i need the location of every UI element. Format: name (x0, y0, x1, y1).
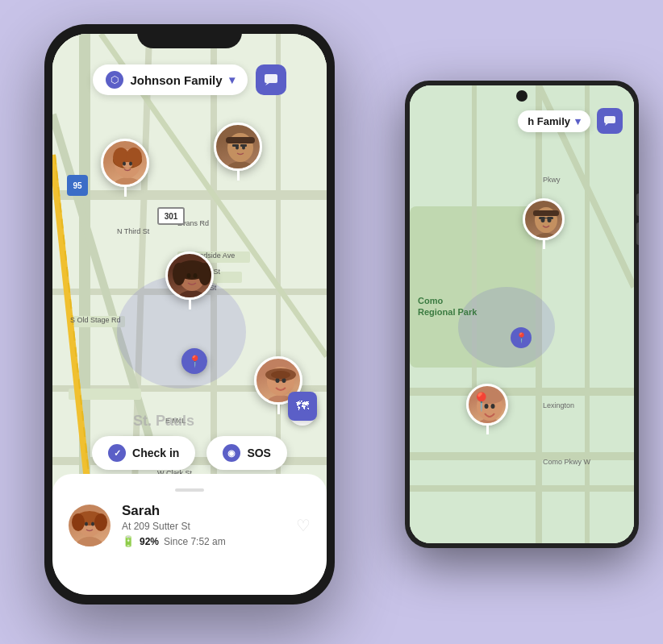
phone2-pin-tail-man1 (543, 239, 545, 249)
phone2-avatar-man1 (523, 198, 565, 240)
svg-rect-68 (533, 210, 559, 216)
svg-marker-46 (265, 83, 269, 85)
sarah-address: At 209 Sutter St (122, 521, 285, 532)
route301: 301 (157, 207, 185, 225)
svg-rect-30 (232, 144, 239, 147)
sos-button[interactable]: ◉ SOS (206, 436, 287, 470)
sarah-name: Sarah (122, 503, 285, 519)
phone2-topbar: h Family ▾ (410, 108, 634, 134)
svg-rect-71 (539, 217, 545, 219)
svg-text:Pkwy: Pkwy (543, 176, 561, 184)
svg-point-23 (123, 162, 126, 166)
svg-point-38 (194, 273, 198, 278)
sos-icon: ◉ (223, 444, 240, 462)
family-pill[interactable]: ⬡ Johnson Family ▾ (93, 64, 247, 95)
phone1-notch (137, 24, 242, 48)
phone2-chat-button[interactable] (597, 108, 623, 134)
svg-text:Lexington: Lexington (543, 401, 574, 409)
action-bar: ✓ Check in ◉ SOS (52, 436, 327, 470)
city-name: St. Pauls (133, 413, 194, 430)
svg-point-32 (174, 290, 210, 300)
family-name: Johnson Family (130, 73, 222, 87)
battery-row: 🔋 92% Since 7:52 am (122, 535, 285, 547)
phone2: Pkwy Lexington Como Pkwy W ComoRegional … (405, 81, 639, 548)
highway-badge: 95 (67, 175, 88, 196)
bottom-panel: Sarah At 209 Sutter St 🔋 92% Since 7:52 … (52, 474, 327, 595)
avatar-pin-man1[interactable] (214, 123, 262, 181)
chevron-down-icon: ▾ (229, 73, 235, 86)
phone2-zone-marker[interactable]: 📍 (511, 327, 532, 348)
svg-point-44 (271, 371, 290, 379)
pin-tail-man1 (237, 169, 240, 181)
svg-rect-79 (604, 116, 615, 123)
phone2-chevron-icon: ▾ (575, 115, 581, 127)
svg-marker-80 (605, 123, 608, 126)
svg-point-47 (73, 537, 106, 546)
pin-tail-man2 (277, 403, 280, 414)
svg-point-35 (173, 263, 186, 285)
phone2-map: Pkwy Lexington Como Pkwy W ComoRegional … (410, 85, 634, 543)
road-label-4: S Old Stage Rd (70, 316, 121, 324)
top-bar: ⬡ Johnson Family ▾ (52, 64, 327, 95)
checkin-icon: ✓ (108, 444, 126, 462)
sarah-since: Since 7:52 am (164, 536, 226, 547)
battery-pct: 92% (140, 536, 159, 547)
checkin-button[interactable]: ✓ Check in (92, 436, 195, 470)
svg-rect-45 (265, 74, 277, 83)
phone1-screen: N Woodside Ave E Chapel St E Worth St S … (52, 34, 327, 595)
zone-marker[interactable]: 📍 (181, 348, 207, 374)
svg-text:Como Pkwy W: Como Pkwy W (543, 458, 591, 466)
svg-point-36 (198, 263, 211, 285)
avatar-man1 (214, 123, 262, 171)
phone2-family-pill[interactable]: h Family ▾ (518, 110, 590, 132)
svg-point-17 (110, 177, 145, 187)
svg-point-25 (223, 161, 258, 171)
phone2-side-btns (636, 193, 639, 245)
svg-point-66 (530, 233, 562, 240)
avatar-girl1 (101, 139, 149, 187)
pin-tail-sarah (189, 298, 191, 310)
chat-button[interactable] (256, 64, 286, 95)
svg-rect-27 (226, 137, 255, 143)
svg-point-37 (187, 273, 191, 278)
heart-button[interactable]: ♡ (296, 516, 311, 535)
svg-point-50 (72, 513, 85, 531)
svg-point-51 (94, 513, 107, 531)
phone2-pin-tail-man2 (486, 425, 489, 434)
phone2-punch (516, 90, 527, 102)
phone2-screen: Pkwy Lexington Como Pkwy W ComoRegional … (410, 85, 634, 543)
drag-handle (175, 488, 204, 492)
svg-rect-31 (240, 144, 247, 147)
avatar-pin-girl1[interactable] (101, 139, 149, 197)
avatar-sarah (165, 251, 214, 300)
sarah-row: Sarah At 209 Sutter St 🔋 92% Since 7:52 … (69, 503, 311, 547)
family-icon: ⬡ (106, 71, 123, 89)
pin-tail-girl1 (124, 185, 127, 197)
phone2-park-label: ComoRegional Park (418, 295, 477, 318)
side-btn-2 (636, 222, 639, 245)
road-label-5: N Third St (117, 227, 149, 235)
phone1: N Woodside Ave E Chapel St E Worth St S … (44, 24, 335, 605)
svg-point-52 (85, 521, 88, 526)
battery-icon: 🔋 (122, 535, 135, 547)
svg-point-24 (129, 162, 132, 166)
phone2-family-name: h Family (527, 115, 570, 127)
avatar-pin-sarah[interactable] (165, 251, 214, 310)
svg-point-53 (91, 521, 94, 526)
phone2-green-pin: 📍 (470, 392, 492, 413)
phone2-pin-man1[interactable] (523, 198, 565, 249)
sarah-avatar[interactable] (69, 505, 110, 546)
sarah-info: Sarah At 209 Sutter St 🔋 92% Since 7:52 … (122, 503, 285, 547)
map-icon-button[interactable]: 🗺 (288, 392, 317, 421)
checkin-label: Check in (132, 447, 179, 459)
side-btn-1 (636, 193, 639, 216)
svg-rect-72 (547, 217, 553, 219)
sos-label: SOS (247, 447, 271, 459)
